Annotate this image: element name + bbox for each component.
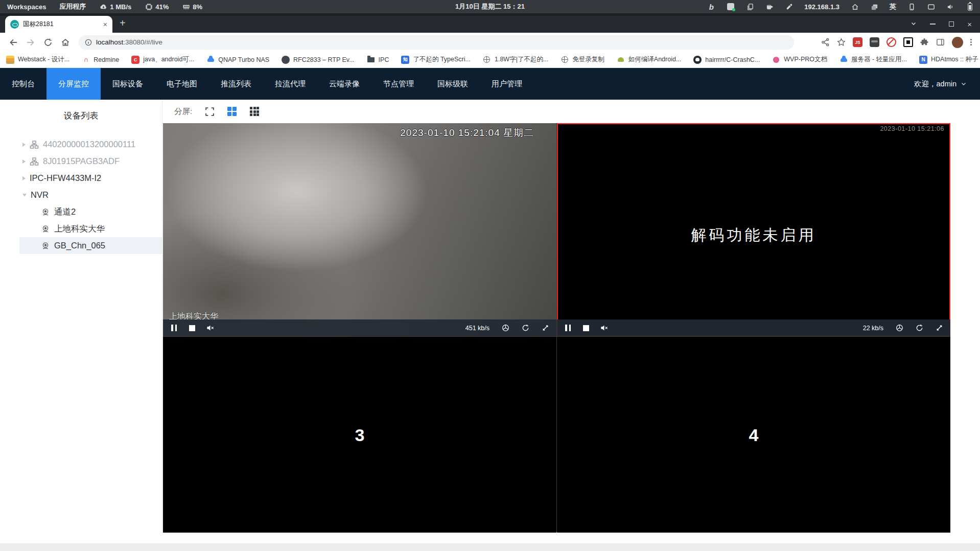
- browser-menu-icon[interactable]: [970, 39, 972, 45]
- stop-button[interactable]: [189, 325, 195, 331]
- pause-button[interactable]: [564, 325, 572, 331]
- bookmark-qnap[interactable]: QNAP Turbo NAS: [206, 56, 269, 64]
- caffeine-tray-icon[interactable]: [765, 3, 774, 11]
- clipboard-tray-icon[interactable]: [746, 3, 754, 11]
- address-bar[interactable]: localhost:38080/#/live: [79, 35, 794, 50]
- bitrate-label: 451 kb/s: [465, 325, 489, 332]
- camera-icon: [41, 208, 50, 217]
- video-cell-4[interactable]: 4: [557, 337, 950, 533]
- js-switcher-extension-icon[interactable]: JS: [853, 37, 862, 47]
- bookmark-android-build[interactable]: 如何编译Android...: [617, 55, 682, 64]
- nav-item-node-manage[interactable]: 节点管理: [371, 68, 426, 100]
- snapshot-shutter-icon[interactable]: [502, 324, 509, 332]
- adblock-extension-icon[interactable]: [886, 37, 896, 47]
- screen-tray-icon[interactable]: [927, 3, 935, 11]
- profile-avatar[interactable]: [952, 37, 963, 48]
- bookmark-csdn[interactable]: Cjava、android可...: [131, 55, 194, 64]
- color-picker-tray-icon[interactable]: [785, 3, 793, 11]
- memory-indicator[interactable]: 8%: [182, 3, 202, 11]
- bing-tray-icon[interactable]: b: [707, 3, 715, 11]
- tree-node-gb-device[interactable]: 44020000013200000111: [19, 136, 162, 153]
- minimize-button[interactable]: [930, 24, 936, 25]
- bookmark-redmine[interactable]: ∩Redmine: [82, 56, 119, 64]
- video-cell-1[interactable]: 2023-01-10 15:21:04 星期二 上地科实大华 451 kb/s: [163, 123, 556, 336]
- caret-down-icon[interactable]: [22, 194, 27, 197]
- tree-node-device-2[interactable]: 8J01915PAGB3ADF: [19, 153, 162, 170]
- bookmark-wvp-docs[interactable]: WVP-PRO文档: [772, 55, 827, 64]
- snapshot-shutter-icon[interactable]: [896, 324, 903, 332]
- grid-3x3-icon[interactable]: [249, 106, 260, 117]
- video-cell-2[interactable]: 2023-01-10 15:21:06 解码功能未启用 22 kb/s: [557, 123, 950, 336]
- nav-item-console[interactable]: 控制台: [0, 68, 46, 100]
- qnap-cloud-icon: [206, 56, 215, 64]
- applications-menu[interactable]: 应用程序: [59, 2, 86, 11]
- tree-node-channel-dahua[interactable]: 上地科实大华: [19, 220, 162, 237]
- volume-tray-icon[interactable]: [946, 3, 954, 11]
- new-tab-button[interactable]: +: [120, 17, 126, 29]
- battery-icon[interactable]: [966, 3, 974, 11]
- bookmark-webstack[interactable]: Webstack - 设计...: [6, 55, 69, 64]
- refresh-icon[interactable]: [522, 324, 529, 332]
- ip-address-indicator[interactable]: 192.168.1.3: [804, 3, 839, 11]
- tab-close-icon[interactable]: ×: [103, 21, 107, 28]
- app-nav-bar: 控制台 分屏监控 国标设备 电子地图 推流列表 拉流代理 云端录像 节点管理 国…: [0, 68, 980, 100]
- phone-link-tray-icon[interactable]: [907, 3, 916, 11]
- caret-right-icon[interactable]: [22, 143, 26, 147]
- bookmark-typescript-article[interactable]: 1.8W字|了不起的...: [483, 55, 548, 64]
- nav-item-gb-cascade[interactable]: 国标级联: [426, 68, 480, 100]
- workspaces-button[interactable]: Workspaces: [7, 3, 46, 11]
- reload-button[interactable]: [41, 35, 55, 50]
- bookmark-github-crash[interactable]: hairrrrr/C-CrashC...: [693, 56, 760, 64]
- bookmark-cloud-server[interactable]: 服务器 - 轻量应用...: [839, 55, 907, 64]
- fullscreen-icon[interactable]: [204, 106, 215, 117]
- expand-icon[interactable]: [936, 324, 943, 332]
- grid-2x2-icon[interactable]: [227, 106, 237, 117]
- pause-button[interactable]: [170, 325, 178, 331]
- nav-item-pull-proxy[interactable]: 拉流代理: [263, 68, 317, 100]
- screenshot-extension-icon[interactable]: [903, 37, 913, 47]
- tree-node-nvr[interactable]: NVR: [19, 187, 162, 203]
- notes-app-tray-icon[interactable]: [727, 3, 735, 11]
- mask-extension-icon[interactable]: [870, 37, 879, 47]
- tree-node-channel-2[interactable]: 通道2: [19, 203, 162, 220]
- cpu-indicator[interactable]: 41%: [145, 3, 169, 11]
- tab-search-chevron-icon[interactable]: [911, 19, 917, 29]
- user-menu[interactable]: 欢迎，admin: [901, 68, 980, 100]
- expand-icon[interactable]: [542, 324, 549, 332]
- bookmark-zhihu[interactable]: 知了不起的 TypeScri...: [401, 55, 471, 64]
- refresh-icon[interactable]: [916, 324, 923, 332]
- extensions-puzzle-icon[interactable]: [920, 38, 929, 47]
- side-panel-icon[interactable]: [936, 38, 945, 47]
- bookmark-hdatmos[interactable]: NHDAtmos :: 种子 *...: [919, 55, 980, 64]
- back-button[interactable]: [6, 35, 20, 50]
- nav-item-cloud-record[interactable]: 云端录像: [317, 68, 371, 100]
- tree-node-channel-gb065[interactable]: GB_Chn_065: [19, 237, 162, 254]
- bookmark-ipc-folder[interactable]: IPC: [367, 56, 389, 64]
- maximize-button[interactable]: [949, 21, 954, 27]
- window-close-button[interactable]: ×: [967, 20, 972, 28]
- video-cell-3[interactable]: 3: [163, 337, 556, 533]
- nav-item-split-monitor[interactable]: 分屏监控: [46, 68, 101, 100]
- window-switcher-tray-icon[interactable]: [870, 3, 878, 11]
- volume-muted-icon[interactable]: [206, 324, 214, 332]
- tree-node-ipc[interactable]: IPC-HFW4433M-I2: [19, 170, 162, 187]
- caret-right-icon[interactable]: [22, 176, 26, 180]
- home-tray-icon[interactable]: [851, 3, 859, 11]
- nav-item-push-list[interactable]: 推流列表: [209, 68, 263, 100]
- nav-item-gb-devices[interactable]: 国标设备: [101, 68, 155, 100]
- browser-home-button[interactable]: [58, 35, 73, 50]
- caret-right-icon[interactable]: [22, 159, 26, 164]
- network-speed-indicator[interactable]: 1 MB/s: [99, 3, 131, 11]
- site-info-icon[interactable]: [85, 39, 92, 46]
- stop-button[interactable]: [583, 325, 589, 331]
- forward-button[interactable]: [24, 35, 38, 50]
- share-icon[interactable]: [821, 38, 830, 47]
- browser-tab[interactable]: 国标28181 ×: [5, 16, 112, 33]
- bookmark-rfc2833[interactable]: RFC2833 – RTP Ev...: [282, 56, 355, 64]
- input-method-indicator[interactable]: 英: [890, 2, 896, 11]
- bookmark-star-icon[interactable]: [837, 38, 846, 47]
- bookmark-copy-tool[interactable]: 免登录复制: [561, 55, 604, 64]
- nav-item-e-map[interactable]: 电子地图: [155, 68, 209, 100]
- volume-muted-icon[interactable]: [600, 324, 608, 332]
- nav-item-user-manage[interactable]: 用户管理: [480, 68, 534, 100]
